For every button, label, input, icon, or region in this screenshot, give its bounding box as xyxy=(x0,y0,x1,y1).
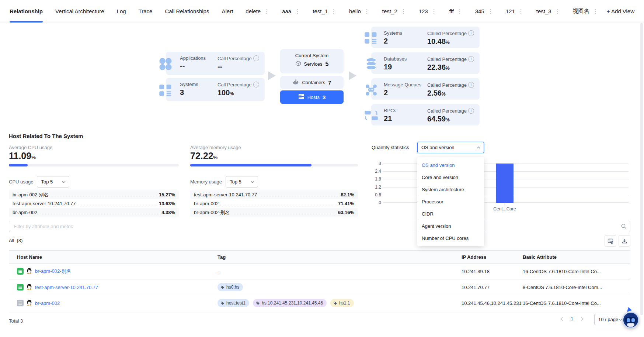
applications-card[interactable]: Applications -- Call Percentage i -- xyxy=(166,52,265,75)
back-to-top-icon[interactable] xyxy=(626,306,632,312)
info-icon[interactable]: i xyxy=(468,82,474,88)
column-settings-icon xyxy=(608,238,613,244)
tags-empty: -- xyxy=(217,269,221,274)
rpcs-card[interactable]: RPCs 21 Called Percentage i 64.59% xyxy=(371,104,480,125)
dropdown-option[interactable]: Number of CPU cores xyxy=(417,232,484,244)
host-link[interactable]: br-apm-002 xyxy=(35,300,60,306)
called-percentage-value: 22.36 xyxy=(427,63,446,71)
tab-label: Relationship xyxy=(10,8,43,14)
col-header-host-name: Host Name xyxy=(9,254,209,260)
view-tab[interactable]: Log ⋮ xyxy=(117,0,126,23)
services-row[interactable]: Services 5 xyxy=(280,61,344,68)
kebab-menu-icon[interactable]: ⋮ xyxy=(364,8,370,14)
kebab-menu-icon[interactable]: ⋮ xyxy=(593,8,598,14)
databases-card[interactable]: Databases 19 Called Percentage i 22.36% xyxy=(371,52,480,74)
bar-centos-core[interactable] xyxy=(496,164,514,203)
host-name: br-apm-002-别名 xyxy=(194,209,230,216)
containers-count: 7 xyxy=(328,79,331,86)
dropdown-option[interactable]: Processor xyxy=(417,196,484,208)
view-tab[interactable]: delete ⋮ xyxy=(246,0,269,23)
called-percentage-value: 2.56 xyxy=(427,89,442,97)
linux-penguin-icon xyxy=(27,268,32,275)
info-icon[interactable]: i xyxy=(253,55,259,61)
info-icon[interactable]: i xyxy=(468,108,474,114)
avg-cpu-value: 11.09% xyxy=(9,151,36,161)
all-label: All xyxy=(9,238,14,243)
filter-input[interactable] xyxy=(9,221,630,232)
entity-count: 19 xyxy=(384,63,427,71)
kebab-menu-icon[interactable]: ⋮ xyxy=(295,8,300,14)
dotted-leader xyxy=(40,214,159,214)
add-view-button[interactable]: + Add View xyxy=(607,8,634,14)
info-icon[interactable]: i xyxy=(468,30,474,36)
cpu-topn-select[interactable]: Top 5 xyxy=(37,176,69,188)
kebab-menu-icon[interactable]: ⋮ xyxy=(401,8,406,14)
memory-top-item: br-apm-002 71.41% xyxy=(190,199,358,208)
host-name: br-apm-002 xyxy=(13,210,37,215)
view-tab[interactable]: Relationship ⋮ xyxy=(10,0,43,23)
column-settings-button[interactable] xyxy=(605,235,616,247)
assistant-robot-icon[interactable] xyxy=(622,312,639,329)
avg-cpu-label: Average CPU usage xyxy=(9,145,52,150)
view-tabbar: Relationship ⋮ Vertical Architecture ⋮ L… xyxy=(0,0,644,23)
called-percentage-label: Called Percentage xyxy=(427,31,467,36)
host-link[interactable]: br-apm-002-别名 xyxy=(35,268,71,275)
view-tab[interactable]: hello ⋮ xyxy=(349,0,370,23)
kebab-menu-icon[interactable]: ⋮ xyxy=(431,8,437,14)
basic-attribute: 16-CentOS 7.6.1810-Core-Intel Co... xyxy=(523,300,630,306)
kebab-menu-icon[interactable]: ⋮ xyxy=(488,8,493,14)
view-tab[interactable]: 123 ⋮ xyxy=(419,0,437,23)
kebab-menu-icon[interactable]: ⋮ xyxy=(457,8,463,14)
scrollbar-thumb[interactable] xyxy=(640,23,643,315)
current-system-card[interactable]: Current System Services 5 xyxy=(280,49,344,73)
download-button[interactable] xyxy=(619,235,630,247)
dropdown-option[interactable]: CIDR xyxy=(417,208,484,220)
y-tick: 2.4 xyxy=(369,169,381,174)
cpu-top-item: br-apm-002 4.38% xyxy=(9,208,179,217)
tag-icon xyxy=(333,301,337,305)
message-queues-card[interactable]: Message Queues 2 Called Percentage i 2.5… xyxy=(371,78,480,100)
view-tab[interactable]: aaa ⋮ xyxy=(282,0,300,23)
view-tab[interactable]: Call Relationships ⋮ xyxy=(165,0,209,23)
kebab-menu-icon[interactable]: ⋮ xyxy=(264,8,269,14)
page-number[interactable]: 1 xyxy=(571,316,573,321)
view-tab[interactable]: Alert ⋮ xyxy=(222,0,233,23)
dropdown-option[interactable]: Agent version xyxy=(417,220,484,232)
call-percentage-value: 100 xyxy=(217,89,230,97)
view-tab[interactable]: fff ⋮ xyxy=(449,0,463,23)
page-size-select[interactable]: 10 / page xyxy=(594,314,626,325)
search-icon[interactable] xyxy=(621,223,627,230)
kebab-menu-icon[interactable]: ⋮ xyxy=(555,8,560,14)
systems-left-card[interactable]: Systems 3 Call Percentage i 100% xyxy=(166,78,265,101)
called-percentage-label: Called Percentage xyxy=(427,56,467,62)
view-tab[interactable]: test_2 ⋮ xyxy=(382,0,406,23)
tag-pill: hs:10.241.45.231,10.241.45.46 xyxy=(253,299,327,307)
host-link[interactable]: test-apm-server-10.241.70.77 xyxy=(35,285,98,290)
cpu-percent: 15.27% xyxy=(159,192,175,197)
quantity-select[interactable]: OS and version xyxy=(417,142,484,153)
view-tab[interactable]: Vertical Architecture ⋮ xyxy=(55,0,104,23)
dropdown-option[interactable]: Core and version xyxy=(417,171,484,183)
hosts-row-selected[interactable]: Hosts 3 xyxy=(280,90,344,104)
containers-row[interactable]: Containers 7 xyxy=(280,76,344,89)
view-tab[interactable]: Trace ⋮ xyxy=(139,0,153,23)
systems-icon xyxy=(364,31,377,46)
view-tab[interactable]: test_1 ⋮ xyxy=(313,0,337,23)
dropdown-option[interactable]: OS and version xyxy=(417,159,484,171)
info-icon[interactable]: i xyxy=(253,82,259,87)
host-type-icon xyxy=(17,300,24,306)
view-tab[interactable]: 视图名 ⋮ xyxy=(573,0,598,23)
view-tab[interactable]: test_3 ⋮ xyxy=(536,0,560,23)
systems-right-card[interactable]: Systems 2 Called Percentage i 10.48% xyxy=(371,27,480,48)
table-row: br-apm-002 host:test1 hs:10.241.45.231,1… xyxy=(9,295,630,311)
prev-page-icon[interactable] xyxy=(560,317,563,321)
info-icon[interactable]: i xyxy=(468,56,474,62)
memory-topn-select[interactable]: Top 5 xyxy=(226,176,258,188)
view-tab[interactable]: 121 ⋮ xyxy=(506,0,524,23)
kebab-menu-icon[interactable]: ⋮ xyxy=(331,8,337,14)
host-name: test-apm-server-10.241.70.77 xyxy=(194,192,257,197)
view-tab[interactable]: 345 ⋮ xyxy=(475,0,493,23)
next-page-icon[interactable] xyxy=(581,317,584,321)
dropdown-option[interactable]: System architecture xyxy=(417,183,484,196)
kebab-menu-icon[interactable]: ⋮ xyxy=(518,8,524,14)
